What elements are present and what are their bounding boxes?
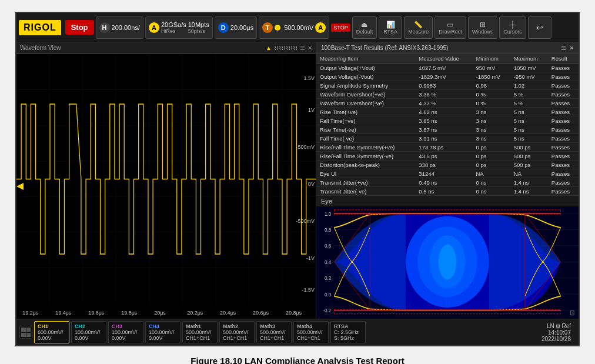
ch4-item[interactable]: CH4 100.00mV/ 0.00V bbox=[145, 321, 180, 343]
table-row: Transmit Jitter(-ve)0.5 ns0 ns1.4 nsPass… bbox=[316, 187, 579, 196]
math3-item[interactable]: Math3 500.00mV/ CH1+CH1 bbox=[256, 321, 292, 343]
results-table: Measuring Item Measured Value Minimum Ma… bbox=[316, 54, 579, 196]
cursors-button[interactable]: ┼ Cursors bbox=[499, 16, 526, 39]
table-row: Waveform Overshoot(-ve)4.37 %0 %5 %Passe… bbox=[316, 99, 579, 108]
math4-item[interactable]: Math4 500.00mV/ CH1+Ch1 bbox=[293, 321, 329, 343]
ch1-label: CH1 bbox=[38, 323, 66, 329]
toolbar: RIGOL Stop H 200.00ns/ A 20GSa/s HiRes 1… bbox=[16, 13, 579, 42]
ln-display: LN ψ Ref bbox=[547, 323, 571, 329]
ch3-item[interactable]: CH3 100.00mV/ 0.00V bbox=[108, 321, 143, 343]
table-row: Distortion(peak-to-peak)338 ps0 ps500 ps… bbox=[316, 161, 579, 169]
waveform-menu-icon[interactable]: ☰ bbox=[300, 45, 305, 51]
undo-button[interactable]: ↩ bbox=[528, 16, 551, 39]
ch3-label: CH3 bbox=[112, 323, 140, 329]
math3-sub: CH1+CH1 bbox=[260, 335, 288, 341]
figure-caption: Figure 18.10 LAN Compliance Analysis Tes… bbox=[190, 356, 404, 364]
sample-mode-value: HiRes bbox=[161, 28, 186, 34]
ch2-item[interactable]: CH2 100.00mV/ 0.00V bbox=[71, 321, 106, 343]
date-display: 2022/10/28 bbox=[541, 336, 571, 342]
rtsa-label: RTSA bbox=[334, 323, 362, 329]
math2-item[interactable]: Math2 500.00mV/ CH1+CH1 bbox=[219, 321, 255, 343]
results-menu-icon[interactable]: ☰ bbox=[561, 45, 566, 51]
table-row: Rise Time(+ve)4.62 ns3 ns5 nsPasses bbox=[316, 108, 579, 116]
eye-diagram-svg: 1.0 0.8 0.6 0.4 0.2 0.0 -0.2 bbox=[316, 206, 579, 319]
math2-label: Math2 bbox=[223, 323, 251, 329]
mem-depth-value[interactable]: 10Mpts bbox=[188, 21, 209, 28]
time-label-8: 20.8μs bbox=[286, 310, 302, 316]
waveform-canvas: 1.5V 1V 500mV 0V -500mV -1V -1.5V bbox=[16, 54, 316, 319]
drawrect-button[interactable]: ▭ DrawRect bbox=[434, 16, 466, 39]
default-button[interactable]: ⏏ Default bbox=[352, 16, 377, 39]
svg-text:⊡: ⊡ bbox=[570, 309, 574, 316]
channel-bar: CH1 600.00mV/ 0.00V CH2 100.00mV/ 0.00V … bbox=[16, 319, 579, 345]
time-label-5: 20.2μs bbox=[187, 310, 203, 316]
waveform-svg bbox=[16, 54, 316, 304]
ch2-value: 100.00mV/ bbox=[75, 329, 103, 335]
table-row: Rise/Fall Time Symmetry(+ve)173.78 ps0 p… bbox=[316, 143, 579, 152]
math1-item[interactable]: Math1 500.00mV/ CH1+CH1 bbox=[182, 321, 218, 343]
waveform-close-icon[interactable]: ✕ bbox=[307, 45, 312, 51]
table-row: Rise/Fall Time Symmetry(-ve)43.5 ps0 ps5… bbox=[316, 152, 579, 161]
time-label-0: 19.2μs bbox=[22, 310, 38, 316]
svg-text:0.0: 0.0 bbox=[325, 291, 331, 298]
rtsa-span-value: S: 5GHz bbox=[334, 335, 362, 341]
waveform-header: Waveform View ▲ ⌇⌇⌇⌇⌇⌇⌇⌇⌇⌇ ☰ ✕ bbox=[16, 42, 316, 54]
math4-value: 500.00mV/ bbox=[297, 329, 325, 335]
svg-text:0.2: 0.2 bbox=[325, 275, 331, 282]
time-display: LN ψ Ref 14:10:07 2022/10/28 bbox=[526, 322, 576, 343]
d-label: D bbox=[218, 22, 229, 33]
rtsa-item[interactable]: RTSA C: 2.5GHz S: 5GHz bbox=[330, 321, 366, 343]
svg-text:0.8: 0.8 bbox=[325, 226, 331, 233]
ch4-sub: 0.00V bbox=[149, 335, 177, 341]
math2-sub: CH1+CH1 bbox=[223, 335, 251, 341]
eye-panel: Eye bbox=[316, 196, 579, 319]
table-row: Output Voltage(+Vout)1027.5 mV950 mV1050… bbox=[316, 64, 579, 72]
mem-sub-value: 50pts/s bbox=[188, 28, 209, 34]
rigol-logo: RIGOL bbox=[19, 20, 61, 35]
math1-sub: CH1+CH1 bbox=[186, 335, 214, 341]
ch3-sub: 0.00V bbox=[112, 335, 140, 341]
ch3-value: 100.00mV/ bbox=[112, 329, 140, 335]
col-result: Result bbox=[548, 54, 579, 64]
delay-group: D 20.00μs bbox=[215, 16, 257, 39]
eye-header: Eye bbox=[316, 196, 579, 206]
math3-label: Math3 bbox=[260, 323, 288, 329]
ch1-item[interactable]: CH1 600.00mV/ 0.00V bbox=[34, 321, 69, 343]
svg-text:0.4: 0.4 bbox=[325, 259, 331, 265]
rtsa-freq-value: C: 2.5GHz bbox=[334, 329, 362, 335]
clock-display: 14:10:07 bbox=[548, 329, 571, 336]
trigger-level-value[interactable]: 500.00mV bbox=[284, 24, 313, 31]
ch1-sub: 0.00V bbox=[38, 335, 66, 341]
sample-rate-value[interactable]: 20GSa/s bbox=[161, 21, 186, 28]
time-label-3: 19.8μs bbox=[121, 310, 137, 316]
svg-text:1.0: 1.0 bbox=[325, 211, 331, 217]
t-label: T bbox=[262, 22, 273, 33]
waveform-panel: Waveform View ▲ ⌇⌇⌇⌇⌇⌇⌇⌇⌇⌇ ☰ ✕ 1.5V 1V 5… bbox=[16, 42, 316, 319]
main-area: Waveform View ▲ ⌇⌇⌇⌇⌇⌇⌇⌇⌇⌇ ☰ ✕ 1.5V 1V 5… bbox=[16, 42, 579, 319]
timebase-value[interactable]: 200.00ns/ bbox=[112, 24, 140, 31]
math4-label: Math4 bbox=[297, 323, 325, 329]
screenshot-container: RIGOL Stop H 200.00ns/ A 20GSa/s HiRes 1… bbox=[15, 12, 580, 346]
ch2-label: CH2 bbox=[75, 323, 103, 329]
time-label-4: 20μs bbox=[154, 310, 166, 316]
stop-button[interactable]: Stop bbox=[65, 20, 94, 35]
h-label: H bbox=[99, 22, 110, 33]
ch2-sub: 0.00V bbox=[75, 335, 103, 341]
table-row: Output Voltage(-Vout)-1829.3mV-1850 mV-9… bbox=[316, 72, 579, 81]
eye-canvas: 1.0 0.8 0.6 0.4 0.2 0.0 -0.2 bbox=[316, 206, 579, 319]
trigger-ch-label: A bbox=[315, 22, 326, 33]
rtsa-button[interactable]: 📊 RTSA bbox=[379, 16, 402, 39]
col-measured: Measured Value bbox=[415, 54, 472, 64]
delay-value[interactable]: 20.00μs bbox=[230, 24, 253, 31]
table-row: Eye UI31244NANAPasses bbox=[316, 169, 579, 178]
trigger-group: T 500.00mV A bbox=[259, 16, 329, 39]
measure-button[interactable]: 📏 Measure bbox=[404, 16, 433, 39]
results-close-icon[interactable]: ✕ bbox=[569, 45, 574, 51]
a-label: A bbox=[149, 22, 159, 33]
windows-button[interactable]: ⊞ Windows bbox=[468, 16, 498, 39]
math3-value: 500.00mV/ bbox=[260, 329, 288, 335]
results-panel: 100Base-T Test Results (Ref: ANSIX3.263-… bbox=[316, 42, 579, 196]
table-row: Rise Time(-ve)3.87 ns3 ns5 nsPasses bbox=[316, 125, 579, 134]
waveform-title: Waveform View bbox=[20, 45, 61, 51]
table-row: Signal Amplitude Symmetry0.99830.981.02P… bbox=[316, 81, 579, 90]
